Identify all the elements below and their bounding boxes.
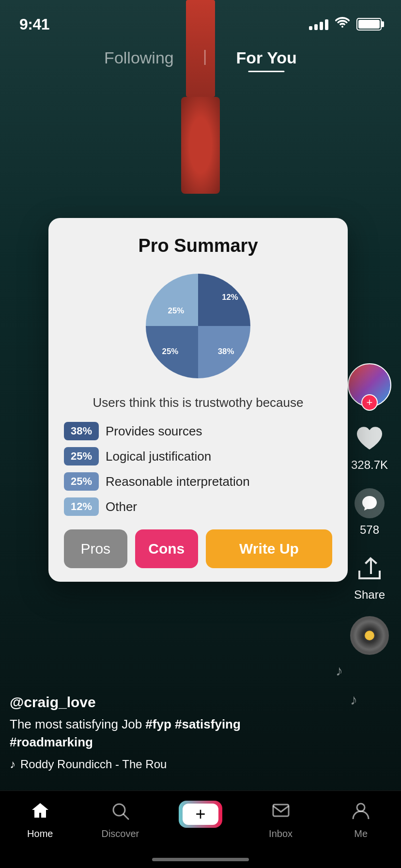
- tab-for-you[interactable]: For You: [236, 44, 297, 72]
- legend-text-2: Logical justification: [106, 449, 211, 464]
- legend-text-4: Other: [106, 499, 137, 514]
- pie-chart-container: 12% 25% 38% 25%: [64, 268, 332, 384]
- wifi-icon: [335, 16, 350, 32]
- status-time: 9:41: [19, 16, 49, 33]
- signal-icon: [309, 18, 328, 30]
- hashtag-satisfying[interactable]: #satisfying: [175, 717, 241, 731]
- profile-icon: [351, 801, 371, 825]
- pie-chart: 12% 25% 38% 25%: [140, 268, 256, 384]
- nav-divider: |: [203, 44, 207, 72]
- legend-item-1: 38% Provides sources: [64, 422, 332, 440]
- music-note-icon: ♪: [10, 758, 15, 771]
- legend-item-4: 12% Other: [64, 497, 332, 516]
- share-label: Share: [354, 588, 385, 602]
- music-info: ♪ Roddy Roundicch - The Rou: [10, 758, 348, 771]
- card-title: Pro Summary: [64, 235, 332, 256]
- cons-button[interactable]: Cons: [135, 529, 199, 568]
- chart-description: Users think this is trustwothy because: [64, 394, 332, 411]
- legend-text-1: Provides sources: [106, 424, 202, 439]
- music-note-decoration-1: ♪: [336, 663, 343, 679]
- comment-button[interactable]: 578: [353, 486, 386, 537]
- share-icon: [355, 554, 384, 582]
- nav-item-me[interactable]: Me: [332, 801, 390, 839]
- pie-segment-12: [146, 274, 198, 326]
- home-indicator: [152, 858, 249, 861]
- hashtag-roadmarking[interactable]: #roadmarking: [10, 735, 93, 749]
- discover-icon: [110, 801, 130, 825]
- svg-line-1: [123, 814, 128, 819]
- add-button[interactable]: +: [179, 801, 222, 828]
- music-title: Roddy Roundicch - The Rou: [20, 758, 167, 771]
- home-icon: [30, 801, 50, 825]
- svg-point-3: [357, 804, 365, 811]
- comments-count: 578: [360, 523, 379, 537]
- card-action-buttons: Pros Cons Write Up: [64, 529, 332, 568]
- pros-button[interactable]: Pros: [64, 529, 127, 568]
- nav-tabs: Following | For You: [0, 44, 401, 72]
- legend-list: 38% Provides sources 25% Logical justifi…: [64, 422, 332, 516]
- pie-label-25a: 25%: [168, 306, 185, 315]
- like-button[interactable]: 328.7K: [351, 421, 388, 472]
- legend-badge-4: 12%: [64, 497, 99, 516]
- status-bar: 9:41: [0, 0, 401, 39]
- heart-icon: [353, 421, 386, 455]
- legend-item-2: 25% Logical justification: [64, 447, 332, 465]
- pie-label-25b: 25%: [162, 347, 179, 356]
- legend-text-3: Reasonable interpretation: [106, 474, 250, 489]
- status-icons: [309, 16, 382, 32]
- right-actions-sidebar: + 328.7K 578 Share: [348, 363, 391, 655]
- battery-icon: [356, 18, 382, 31]
- music-record: [350, 616, 389, 655]
- nav-item-home[interactable]: Home: [11, 801, 69, 839]
- inbox-icon: [271, 801, 291, 825]
- nav-item-add[interactable]: +: [171, 801, 230, 828]
- add-button-inner: +: [183, 804, 218, 825]
- legend-badge-3: 25%: [64, 472, 99, 491]
- pro-summary-card: Pro Summary 12% 25% 38% 25% Users think …: [48, 218, 348, 582]
- nav-label-discover: Discover: [101, 828, 139, 839]
- tab-following[interactable]: Following: [104, 44, 174, 72]
- svg-rect-2: [273, 805, 289, 816]
- likes-count: 328.7K: [351, 458, 388, 472]
- legend-badge-1: 38%: [64, 422, 99, 440]
- hashtag-fyp[interactable]: #fyp: [145, 717, 171, 731]
- legend-badge-2: 25%: [64, 447, 99, 465]
- creator-avatar[interactable]: +: [348, 363, 391, 407]
- nav-label-home: Home: [27, 828, 53, 839]
- video-description: The most satisfying Job #fyp #satisfying…: [10, 715, 348, 751]
- pie-label-38: 38%: [218, 347, 234, 356]
- bottom-navigation: Home Discover + Inbox: [0, 790, 401, 868]
- username[interactable]: @craig_love: [10, 694, 348, 711]
- video-info: @craig_love The most satisfying Job #fyp…: [10, 694, 348, 771]
- follow-button[interactable]: +: [361, 394, 378, 411]
- legend-item-3: 25% Reasonable interpretation: [64, 472, 332, 491]
- writeup-button[interactable]: Write Up: [206, 529, 332, 568]
- nav-item-inbox[interactable]: Inbox: [252, 801, 310, 839]
- pie-label-12: 12%: [222, 293, 238, 302]
- comment-icon: [355, 488, 385, 518]
- nav-label-me: Me: [354, 828, 368, 839]
- nav-item-discover[interactable]: Discover: [91, 801, 149, 839]
- share-button[interactable]: Share: [353, 551, 386, 602]
- music-note-decoration-2: ♪: [350, 692, 357, 708]
- nav-label-inbox: Inbox: [269, 828, 293, 839]
